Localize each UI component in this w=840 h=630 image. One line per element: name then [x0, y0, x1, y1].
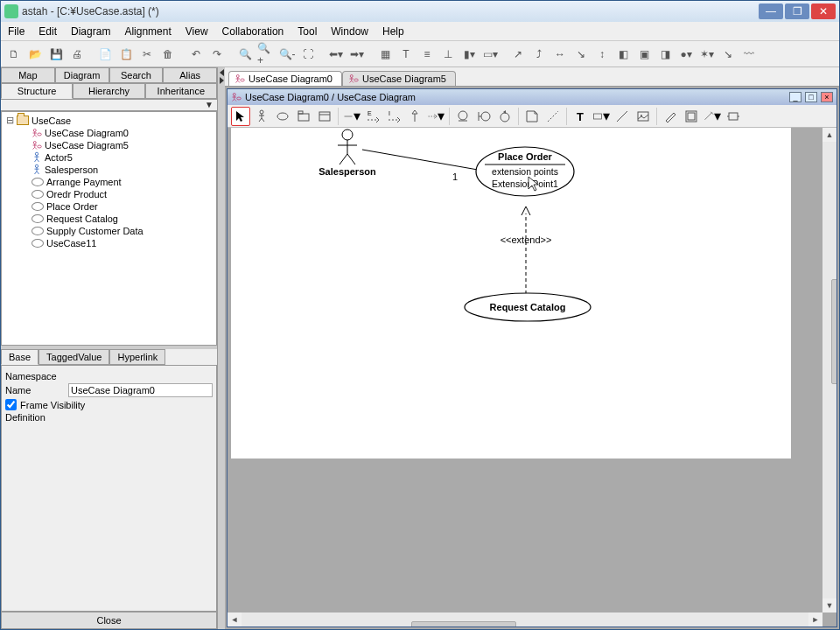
vscroll-thumb[interactable] [831, 279, 836, 384]
redo-icon[interactable]: ↷ [207, 45, 227, 64]
association-tool[interactable]: ▾ [342, 107, 361, 126]
menu-diagram[interactable]: Diagram [64, 24, 117, 39]
expand-right-icon[interactable] [220, 77, 224, 84]
window-minimize-button[interactable]: — [759, 4, 783, 19]
doc-tab-1[interactable]: UseCase Diagram5 [342, 71, 456, 86]
tree-item[interactable]: Supply Customer Data [2, 225, 216, 237]
tree-root[interactable]: ⊟ UseCase [2, 114, 216, 127]
connector-icon[interactable]: ↘ [718, 45, 738, 64]
tree-item[interactable]: UseCase Diagram5 [2, 139, 216, 151]
tab-diagram[interactable]: Diagram [55, 67, 109, 83]
align-left-icon[interactable]: ◧ [613, 45, 633, 64]
boundary-tool[interactable] [474, 107, 494, 126]
scroll-down-icon[interactable]: ▼ [822, 598, 836, 612]
diagram-minimize-button[interactable]: _ [789, 92, 802, 102]
tree-item[interactable]: Place Order [2, 200, 216, 213]
menu-tool[interactable]: Tool [290, 24, 324, 39]
more-tool[interactable] [724, 107, 743, 126]
tab-structure[interactable]: Structure [1, 83, 73, 99]
note-tool[interactable] [522, 107, 542, 126]
tab-search[interactable]: Search [109, 67, 164, 83]
grid-icon[interactable]: ▦ [375, 45, 395, 64]
menu-collaboration[interactable]: Collaboration [215, 24, 291, 39]
prop-tab-base[interactable]: Base [1, 349, 38, 365]
delete-icon[interactable]: 🗑 [158, 45, 178, 64]
open-icon[interactable]: 📂 [25, 45, 45, 64]
package-tool[interactable] [294, 107, 313, 126]
menu-help[interactable]: Help [375, 24, 411, 39]
align-center-icon[interactable]: ▣ [634, 45, 654, 64]
usecase-place-order[interactable]: Place Order extension points ExtensionPo… [476, 147, 574, 196]
paste-icon[interactable]: 📋 [116, 45, 136, 64]
zoom-fit-icon[interactable]: ⛶ [298, 45, 318, 64]
scroll-up-icon[interactable]: ▲ [822, 128, 836, 142]
tree-item[interactable]: Arrange Payment [2, 176, 216, 188]
align-right-icon[interactable]: ◨ [655, 45, 675, 64]
extend-relationship[interactable]: <<extend>> [500, 206, 552, 294]
actor-tool[interactable] [252, 107, 271, 126]
collapse-left-icon[interactable] [220, 69, 224, 76]
tab-hierarchy[interactable]: Hierarchy [73, 83, 144, 99]
actor-salesperson[interactable]: Salesperson [318, 130, 376, 177]
shape-star-icon[interactable]: ✶▾ [697, 45, 717, 64]
tree-item[interactable]: Oredr Product [2, 188, 216, 200]
diagram-maximize-button[interactable]: □ [805, 92, 817, 102]
vertical-splitter[interactable] [218, 67, 225, 629]
menu-edit[interactable]: Edit [32, 24, 64, 39]
line-color-icon[interactable]: ▭▾ [480, 45, 500, 64]
select-tool[interactable] [231, 107, 250, 126]
window-close-button[interactable]: ✕ [811, 4, 836, 19]
print-icon[interactable]: 🖨 [67, 45, 87, 64]
tree-item[interactable]: UseCase Diagram0 [2, 127, 216, 139]
tree-item[interactable]: Request Catalog [2, 213, 216, 225]
doc-tab-0[interactable]: UseCase Diagram0 [228, 71, 342, 86]
line-horiz-icon[interactable]: ↔ [550, 45, 570, 64]
name-input[interactable] [68, 383, 213, 397]
canvas[interactable]: 1 Salesperson [228, 128, 836, 626]
align-top-icon[interactable]: T [396, 45, 416, 64]
zoom-out-icon[interactable]: 🔍- [277, 45, 297, 64]
line-diag-icon[interactable]: ↘ [571, 45, 591, 64]
back-icon[interactable]: ⬅▾ [326, 45, 346, 64]
align-bottom-icon[interactable]: ⊥ [438, 45, 458, 64]
hscroll-thumb[interactable] [411, 621, 516, 626]
control-tool[interactable] [495, 107, 514, 126]
line-vert-icon[interactable]: ↕ [592, 45, 612, 64]
new-icon[interactable]: 🗋 [4, 45, 24, 64]
scroll-right-icon[interactable]: ► [808, 612, 822, 626]
zoom-in-icon[interactable]: 🔍+ [256, 45, 276, 64]
zoom-icon[interactable]: 🔍 [235, 45, 255, 64]
image-tool[interactable] [634, 107, 653, 126]
tree-item[interactable]: UseCase11 [2, 237, 216, 249]
shape-circle-icon[interactable]: ●▾ [676, 45, 696, 64]
text-tool[interactable]: T [570, 107, 590, 126]
frame-visibility-checkbox[interactable] [5, 399, 17, 410]
tree-item[interactable]: Salesperson [2, 164, 216, 176]
cut-icon[interactable]: ✂ [137, 45, 157, 64]
prop-tab-hyperlink[interactable]: Hyperlink [109, 349, 165, 365]
menu-file[interactable]: File [1, 24, 32, 39]
tab-inheritance[interactable]: Inheritance [145, 83, 217, 99]
tab-map[interactable]: Map [1, 67, 55, 83]
menu-window[interactable]: Window [324, 24, 375, 39]
menu-view[interactable]: View [178, 24, 215, 39]
highlighter-tool[interactable] [661, 107, 680, 126]
dependency-tool[interactable]: ▾ [426, 107, 445, 126]
horizontal-scrollbar[interactable]: ◄ ► [228, 612, 822, 626]
generalization-tool[interactable] [405, 107, 424, 126]
copy-icon[interactable]: 📄 [95, 45, 115, 64]
usecase-tool[interactable] [273, 107, 292, 126]
curve-icon[interactable]: 〰 [739, 45, 759, 64]
collapse-icon[interactable]: ⊟ [5, 115, 14, 126]
include-tool[interactable]: I [384, 107, 403, 126]
line-angular-icon[interactable]: ↗ [508, 45, 528, 64]
entity-tool[interactable] [453, 107, 472, 126]
align-middle-icon[interactable]: ≡ [417, 45, 437, 64]
window-maximize-button[interactable]: ❐ [785, 4, 809, 19]
vertical-scrollbar[interactable]: ▲ ▼ [822, 128, 836, 612]
free-line-tool[interactable]: ▾ [703, 107, 722, 126]
fill-icon[interactable]: ▮▾ [459, 45, 479, 64]
rect-tool[interactable]: ▾ [592, 107, 611, 126]
diagram-close-button[interactable]: × [821, 92, 833, 102]
frame-tool[interactable] [682, 107, 701, 126]
